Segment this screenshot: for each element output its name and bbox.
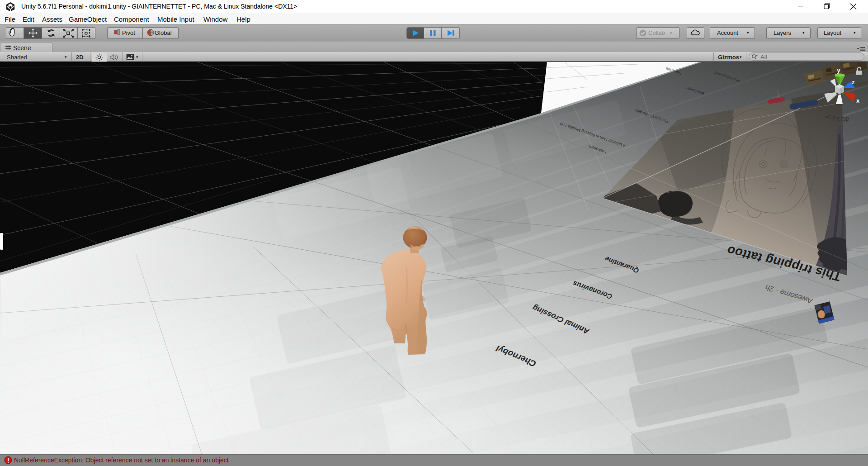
svg-text:y: y — [837, 67, 840, 74]
svg-text:z: z — [852, 79, 855, 86]
svg-text:Persp: Persp — [833, 115, 849, 122]
svg-text:x: x — [856, 97, 860, 104]
